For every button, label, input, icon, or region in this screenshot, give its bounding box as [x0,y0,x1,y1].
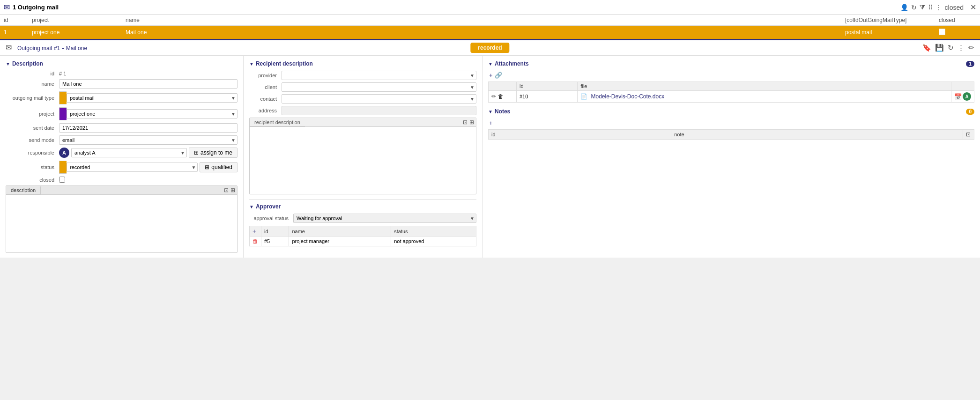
address-label: address [249,108,280,113]
collapse-notes-icon: ▼ [488,109,493,114]
approver-name: project manager [289,237,391,246]
send-mode-select[interactable]: email [59,135,238,145]
notes-badge: 0 [966,109,974,115]
status-label: status [6,164,57,170]
notes-table-actions: + [488,119,974,127]
address-input[interactable] [282,106,476,115]
send-mode-label: send mode [6,137,57,143]
qualified-icon: ⊞ [205,164,209,170]
responsible-select[interactable]: analyst A [71,148,187,157]
send-mode-row: send mode email ▼ [6,135,238,145]
recipient-section: ▼ Recipient description provider ▼ clien… [244,56,483,258]
expand-recip-icon[interactable]: ⊡ [463,119,468,126]
attach-row-actions: ✏ 🗑 [491,93,513,100]
recipient-header[interactable]: ▼ Recipient description [249,60,476,67]
bookmark-icon[interactable]: 🔖 [922,44,931,52]
approval-status-select[interactable]: Waiting for approval [293,214,476,223]
name-input[interactable] [59,79,238,89]
attachments-header[interactable]: ▼ Attachments 1 [488,60,974,67]
status-select[interactable]: recorded [67,163,198,172]
col-name: name [126,17,845,23]
save-icon[interactable]: 💾 [935,44,944,52]
approver-header[interactable]: ▼ Approver [249,203,476,210]
provider-label: provider [249,73,280,78]
approver-table: + id name status 🗑 #5 project manager no… [249,226,476,246]
approver-name-header: name [289,226,391,237]
contact-label: contact [249,96,280,102]
list-row[interactable]: 1 project one Mail one postal mail [0,26,980,39]
sent-date-input[interactable] [59,123,238,133]
attachments-badge: 1 [966,61,974,67]
row-id: 1 [4,29,32,36]
refresh-form-icon[interactable]: ↻ [948,44,954,52]
add-attachment-icon[interactable]: + [489,72,493,79]
description-tab: description [6,186,41,194]
add-note-icon[interactable]: + [489,119,493,126]
more-form-icon[interactable]: ⋮ [958,44,965,52]
add-approver-icon[interactable]: + [252,228,256,235]
description-header[interactable]: ▼ Description [6,60,238,67]
menu-icon[interactable]: ⋮ [935,4,942,11]
delete-approver-icon[interactable]: 🗑 [252,238,258,244]
attach-calendar-icon[interactable]: 📅 [954,93,962,100]
name-label: name [6,81,57,87]
columns-icon[interactable]: ⠿ [928,4,933,11]
filter-icon[interactable]: ⧩ [920,3,925,11]
client-label: client [249,84,280,90]
form-mail-icon: ✉ [6,43,12,52]
description-textarea[interactable] [6,195,237,251]
expand-notes-icon[interactable]: ⊡ [966,131,971,138]
attachments-table: id file ✏ 🗑 #10 📄 Modele-Devis-Doc-Cote.… [488,81,974,103]
approval-status-row: approval status Waiting for approval ▼ [249,214,476,223]
assign-icon: ⊞ [194,149,199,156]
row-name: Mail one [126,29,845,36]
notes-expand-header: ⊡ [963,130,974,140]
qualified-button[interactable]: ⊞ qualified [200,162,238,172]
refresh-icon[interactable]: ↻ [911,4,917,11]
person-icon[interactable]: 👤 [900,4,908,11]
closed-checkbox[interactable] [59,177,65,183]
contact-row: contact ▼ [249,94,476,104]
row-closed-checkbox [939,29,945,35]
address-row: address [249,106,476,115]
recipient-desc-textarea[interactable] [250,127,476,193]
recipient-desc-wrapper: recipient description ⊡ ⊞ [249,118,476,194]
attach-file-link[interactable]: Modele-Devis-Doc-Cote.docx [591,93,664,100]
grid-recip-icon[interactable]: ⊞ [469,119,474,126]
close-icon[interactable]: ✕ [970,3,976,12]
responsible-row: responsible A analyst A ▼ ⊞ assign to me [6,148,238,158]
attach-actions-header [489,82,517,91]
approver-section: ▼ Approver approval status Waiting for a… [249,199,476,246]
project-select[interactable]: project one [67,109,238,119]
attach-id: #10 [517,91,578,103]
col-type: [colIdOutGoingMailType] [845,17,939,23]
name-row: name [6,79,238,89]
right-column: ▼ Attachments 1 + 🔗 id file [483,56,980,258]
mail-type-select[interactable]: postal mail [67,93,238,103]
attachment-table-actions: + 🔗 [488,71,974,80]
collapse-attachments-icon: ▼ [488,61,493,67]
project-row: project project one ▼ [6,107,238,120]
link-attachment-icon[interactable]: 🔗 [495,72,502,79]
attach-file-header: file [578,82,951,91]
notes-header[interactable]: ▼ Notes 0 [488,108,974,115]
id-value: # 1 [59,71,238,76]
edit-attach-icon[interactable]: ✏ [491,93,496,100]
avatar: A [59,148,69,158]
approver-status-header: status [391,226,476,237]
assign-to-me-button[interactable]: ⊞ assign to me [189,148,238,158]
provider-row: provider ▼ [249,71,476,80]
notes-id-header: id [489,130,671,140]
attachments-title: Attachments [495,60,529,67]
edit-icon[interactable]: ✏ [968,44,974,52]
delete-attach-icon[interactable]: 🗑 [498,93,504,100]
grid-desc-icon[interactable]: ⊞ [230,187,235,193]
contact-select[interactable] [282,94,476,104]
status-row: status recorded ▼ ⊞ qualified [6,161,238,174]
description-title: Description [12,60,43,67]
provider-select[interactable] [282,71,476,80]
client-select[interactable] [282,82,476,92]
top-bar-actions: 👤 ↻ ⧩ ⠿ ⋮ closed ✕ [900,3,976,12]
collapse-recipient-icon: ▼ [249,61,254,67]
expand-desc-icon[interactable]: ⊡ [224,187,229,193]
